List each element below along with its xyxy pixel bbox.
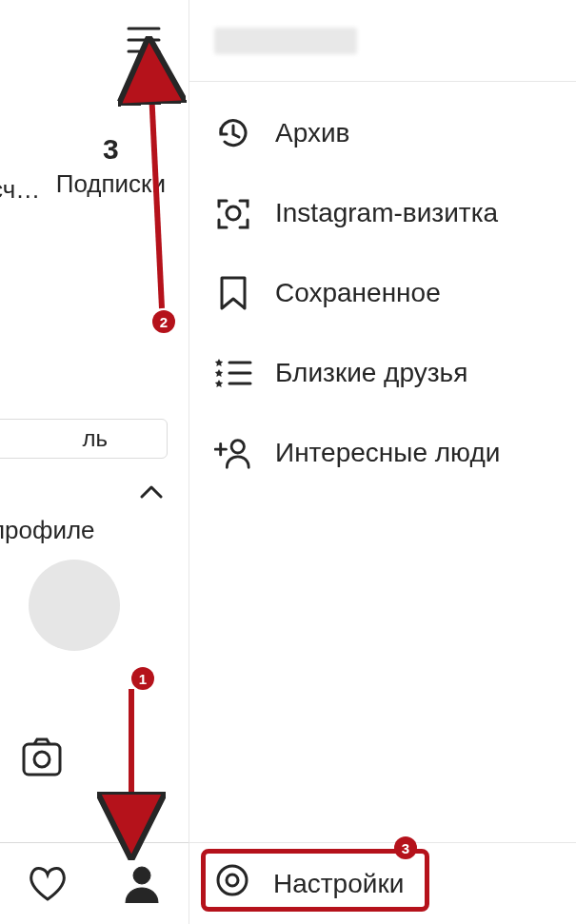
menu-header <box>189 0 576 82</box>
menu-item-label: Настройки <box>273 869 404 899</box>
menu-item-archive[interactable]: Архив <box>189 93 576 173</box>
close-friends-icon <box>214 354 252 392</box>
discover-people-icon <box>214 434 252 472</box>
menu-list: Архив Instagram-визитка Сохраненное <box>189 82 576 493</box>
edit-profile-button[interactable]: ль <box>0 419 168 459</box>
menu-item-discover-people[interactable]: Интересные люди <box>189 413 576 493</box>
menu-item-label: Instagram-визитка <box>275 198 498 228</box>
profile-pane: сч… 3 Подписки ль в профиле <box>0 0 189 924</box>
svg-point-4 <box>34 752 50 767</box>
menu-item-label: Близкие друзья <box>275 358 467 388</box>
menu-item-saved[interactable]: Сохраненное <box>189 253 576 333</box>
highlights-label-fragment: в профиле <box>0 516 95 545</box>
menu-item-label: Интересные люди <box>275 438 500 468</box>
side-menu-panel: Архив Instagram-визитка Сохраненное <box>189 0 576 924</box>
svg-point-6 <box>227 206 240 220</box>
chevron-up-icon[interactable] <box>140 485 163 499</box>
menu-item-label: Архив <box>275 118 349 148</box>
stat-following[interactable]: 3 Подписки <box>56 135 166 199</box>
svg-point-14 <box>227 875 238 886</box>
menu-item-nametag[interactable]: Instagram-визитка <box>189 173 576 253</box>
menu-item-settings[interactable]: Настройки <box>189 842 576 924</box>
svg-rect-3 <box>24 744 60 775</box>
activity-heart-icon[interactable] <box>27 863 69 905</box>
stat-following-label: Подписки <box>56 169 166 199</box>
bookmark-icon <box>214 274 252 312</box>
hamburger-menu-button[interactable] <box>127 27 161 53</box>
nametag-icon <box>214 194 252 232</box>
menu-item-label: Сохраненное <box>275 278 441 308</box>
stat-following-count: 3 <box>56 135 166 164</box>
stat-followers-label-fragment: сч… <box>0 175 40 205</box>
username-redacted <box>214 28 357 54</box>
svg-point-5 <box>133 867 150 884</box>
menu-item-close-friends[interactable]: Близкие друзья <box>189 333 576 413</box>
bottom-nav <box>0 842 189 924</box>
svg-point-10 <box>231 441 244 453</box>
profile-tab-icon[interactable] <box>121 863 163 905</box>
edit-profile-label-fragment: ль <box>82 425 108 452</box>
new-post-icon[interactable] <box>21 736 63 781</box>
settings-icon <box>214 862 250 905</box>
highlight-add-circle[interactable] <box>29 560 120 651</box>
history-icon <box>214 114 252 152</box>
